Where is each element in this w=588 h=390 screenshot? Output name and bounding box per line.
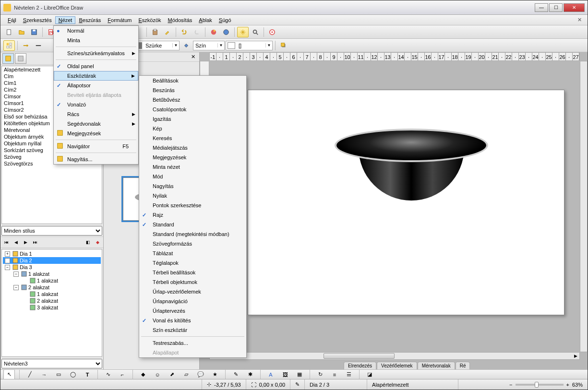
curve-tool[interactable]: ∿ — [102, 369, 114, 380]
submenu-item[interactable]: Standard (megtekintési módban) — [139, 229, 246, 239]
menu-item[interactable]: Segédvonalak▶ — [54, 119, 138, 129]
navigator-tree[interactable]: +Dia 1−Dia 2−Dia 3−1 alakzat1 alakzat−2 … — [1, 249, 102, 357]
undo-button[interactable] — [179, 27, 190, 37]
zoom-in-icon[interactable]: + — [566, 382, 569, 388]
help-button[interactable] — [266, 27, 278, 37]
basic-shapes-tool[interactable]: ◆ — [137, 369, 149, 380]
menu-súgó[interactable]: Súgó — [216, 16, 235, 24]
style-filter-select[interactable]: Minden stílus — [1, 226, 102, 236]
submenu-item[interactable]: Mód — [139, 172, 246, 181]
arrange-tool[interactable]: ☰ — [343, 369, 355, 380]
line-tool[interactable]: ╱ — [24, 369, 36, 380]
format-paintbrush-button[interactable] — [162, 27, 173, 37]
new-button[interactable] — [3, 27, 15, 37]
close-button[interactable]: ✕ — [564, 3, 585, 12]
expand-icon[interactable]: − — [5, 265, 10, 270]
gluepoints-tool[interactable]: ✱ — [244, 369, 256, 380]
menu-fájl[interactable]: Fájl — [4, 16, 20, 24]
layer-tab[interactable]: Elrendezés — [344, 362, 376, 369]
zoom-button[interactable] — [250, 27, 261, 37]
layer-tab[interactable]: Ré — [456, 362, 470, 369]
rectangle-tool[interactable]: ▭ — [53, 369, 64, 380]
page[interactable] — [248, 90, 564, 315]
expand-icon[interactable]: − — [13, 272, 19, 277]
horizontal-scrollbar[interactable]: ◀▶ — [209, 352, 580, 360]
fill-button[interactable] — [180, 40, 192, 51]
submenu-item[interactable]: Megjegyzések — [139, 153, 246, 162]
submenu-item[interactable]: Űrlap-vezérlőelemek — [139, 287, 246, 296]
menu-item[interactable]: Rács▶ — [54, 109, 138, 119]
fill-color-select[interactable]: [] ▼ — [226, 41, 273, 50]
submenu-item[interactable]: Beszúrás — [139, 85, 246, 95]
expand-icon[interactable]: − — [13, 285, 19, 290]
submenu-item[interactable]: Beállítások — [139, 76, 246, 85]
slides-panel-close-icon[interactable]: ✕ — [189, 54, 197, 60]
gallery-tab[interactable] — [15, 53, 26, 64]
submenu-item[interactable]: Szín eszköztár — [139, 325, 246, 335]
fill-type-select[interactable]: Szín ▼ — [193, 41, 225, 50]
redo-button[interactable] — [191, 27, 203, 37]
maximize-button[interactable]: ☐ — [549, 3, 563, 12]
arrow-tool[interactable]: → — [38, 369, 50, 380]
tree-node[interactable]: −Dia 2 — [3, 257, 101, 264]
tree-node[interactable]: −1 alakzat — [3, 271, 101, 277]
chart-button[interactable] — [208, 27, 219, 37]
menubar-close-icon[interactable]: ✕ — [576, 17, 584, 23]
align-tool[interactable]: ≡ — [329, 369, 340, 380]
nav-prev-icon[interactable]: ◀ — [12, 238, 20, 246]
submenu-item[interactable]: Pontok szerkesztése — [139, 201, 246, 210]
submenu-item[interactable]: Űrlaptervezés — [139, 306, 246, 316]
styles-tab[interactable] — [2, 53, 14, 64]
menu-beszúrás[interactable]: Beszúrás — [75, 16, 104, 24]
nav-drag-icon[interactable]: ◧ — [84, 238, 92, 246]
submenu-item[interactable]: Keresés — [139, 133, 246, 143]
submenu-item[interactable]: ✓Rajz — [139, 210, 246, 220]
line-color-select[interactable]: Szürke ▼ — [132, 41, 180, 50]
submenu-item[interactable]: Médialejátszás — [139, 143, 246, 153]
rotate-tool[interactable]: ↻ — [314, 369, 326, 380]
layer-tab[interactable]: Vezérlőelemek — [377, 362, 417, 369]
expand-icon[interactable]: − — [5, 258, 10, 263]
submenu-item[interactable]: Nyilak — [139, 191, 246, 201]
select-tool[interactable]: ↖ — [3, 369, 15, 380]
submenu-item[interactable]: Nagyítás — [139, 181, 246, 191]
submenu-item[interactable]: Betűbűvész — [139, 95, 246, 105]
nav-shapes-icon[interactable]: ◆ — [94, 238, 101, 246]
menu-item[interactable]: Megjegyzések — [54, 129, 138, 138]
stars-tool[interactable]: ★ — [209, 369, 221, 380]
menu-item[interactable]: Színes/szürkeárnyalatos▶ — [54, 48, 138, 58]
from-file-tool[interactable]: 🖼 — [279, 369, 291, 380]
menu-szerkesztés[interactable]: Szerkesztés — [20, 16, 55, 24]
menu-nézet[interactable]: Nézet — [55, 16, 76, 24]
menu-item[interactable]: Minta — [54, 35, 138, 45]
nav-first-icon[interactable]: ⏮ — [2, 238, 10, 246]
submenu-item[interactable]: Igazítás — [139, 114, 246, 124]
flowchart-tool[interactable]: ▱ — [180, 369, 192, 380]
menu-formátum[interactable]: Formátum — [104, 16, 135, 24]
menu-módosítás[interactable]: Módosítás — [165, 16, 196, 24]
layout-button[interactable] — [3, 40, 15, 51]
submenu-item[interactable]: Térbeli beállítások — [139, 268, 246, 277]
tree-node[interactable]: +Dia 1 — [3, 250, 101, 257]
zoom-value[interactable]: 63% — [572, 382, 583, 388]
hyperlink-button[interactable] — [220, 27, 232, 37]
symbol-shapes-tool[interactable]: ☺ — [152, 369, 163, 380]
menu-item[interactable]: Nagyítás... — [54, 154, 138, 164]
canvas[interactable] — [209, 61, 580, 352]
grid-button[interactable] — [237, 27, 249, 37]
titlebar[interactable]: Névtelen 2 - LibreOffice Draw — ☐ ✕ — [0, 0, 588, 15]
menu-ablak[interactable]: Ablak — [195, 16, 216, 24]
extrusion-tool[interactable]: ◪ — [364, 369, 375, 380]
ellipse-tool[interactable]: ◯ — [67, 369, 79, 380]
navigator-doc-select[interactable]: Névtelen3 — [1, 359, 102, 368]
menu-item[interactable]: NavigátorF5 — [54, 142, 138, 151]
submenu-item[interactable]: Téglalapok — [139, 258, 246, 268]
menu-item[interactable]: ✓Állapotsor — [54, 81, 138, 90]
nav-next-icon[interactable]: ▶ — [22, 238, 29, 246]
nav-last-icon[interactable]: ⏭ — [31, 238, 39, 246]
minimize-button[interactable]: — — [535, 3, 548, 12]
status-signature[interactable]: ✎ — [290, 379, 305, 390]
tree-node[interactable]: 1 alakzat — [3, 291, 101, 297]
text-tool[interactable]: T — [82, 369, 93, 380]
layer-tab[interactable]: Méretvonalak — [418, 362, 455, 369]
